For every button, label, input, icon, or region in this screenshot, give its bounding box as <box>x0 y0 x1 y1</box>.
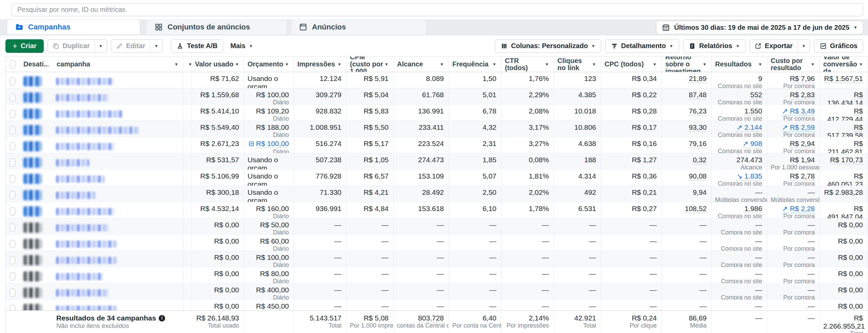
campaign-name-cell[interactable] <box>53 218 183 234</box>
row-checkbox[interactable] <box>10 175 15 183</box>
sort-caret-icon[interactable]: ▼ <box>384 62 389 66</box>
search-input[interactable] <box>12 3 863 16</box>
campaign-status-toggle[interactable] <box>23 158 42 168</box>
column-header[interactable]: Custo por resultado▼ <box>767 57 820 72</box>
sort-caret-icon[interactable]: ▼ <box>492 62 496 66</box>
sort-caret-icon[interactable]: ▼ <box>440 62 444 66</box>
row-checkbox[interactable] <box>10 305 15 310</box>
column-header[interactable]: Impressões▼ <box>294 57 347 72</box>
sort-caret-icon[interactable]: ▼ <box>285 62 289 66</box>
sort-caret-icon[interactable]: ▼ <box>703 62 707 66</box>
campaign-name-cell[interactable] <box>53 284 183 299</box>
row-checkbox[interactable] <box>10 191 15 199</box>
campaign-status-toggle[interactable] <box>23 190 42 200</box>
column-header[interactable]: campanha▼ <box>53 57 183 72</box>
sort-caret-icon[interactable]: ▼ <box>337 62 341 66</box>
sort-caret-icon[interactable]: ▼ <box>811 62 815 66</box>
cpc-cell: R$ 0,34 <box>601 72 662 88</box>
campaign-name-cell[interactable] <box>53 72 183 88</box>
campaign-status-toggle[interactable] <box>23 288 42 298</box>
more-button[interactable]: Mais ▼ <box>227 39 256 53</box>
campaign-name-cell[interactable] <box>53 202 183 218</box>
sort-caret-icon[interactable]: ▼ <box>859 62 863 66</box>
row-checkbox[interactable] <box>10 272 15 280</box>
campaign-name-cell[interactable] <box>53 137 183 153</box>
sort-caret-icon[interactable]: ▼ <box>174 62 178 66</box>
sort-caret-icon[interactable]: ▼ <box>653 62 657 66</box>
columns-button[interactable]: Colunas: Personalizado ▼ <box>495 39 601 53</box>
campaign-name-cell[interactable] <box>53 186 183 202</box>
tab-campaigns[interactable]: Campanhas <box>7 19 140 34</box>
row-checkbox[interactable] <box>10 289 15 297</box>
campaign-name-cell[interactable] <box>53 121 183 137</box>
sort-caret-icon[interactable]: ▼ <box>235 62 239 66</box>
campaign-status-toggle[interactable] <box>23 206 42 216</box>
row-checkbox[interactable] <box>10 110 15 118</box>
date-range-selector[interactable]: Últimos 30 dias: 19 de mai de 2025 a 17 … <box>656 21 863 34</box>
campaign-name-cell[interactable] <box>53 105 183 121</box>
sort-caret-icon[interactable]: ▼ <box>592 62 596 66</box>
campaign-status-toggle[interactable] <box>23 255 42 265</box>
duplicate-dropdown[interactable]: ▼ <box>95 40 107 53</box>
campaign-status-toggle[interactable] <box>23 92 42 103</box>
row-checkbox[interactable] <box>10 142 15 150</box>
row-checkbox[interactable] <box>10 159 15 167</box>
sort-caret-icon[interactable]: ▼ <box>545 62 549 66</box>
sort-caret-icon[interactable]: ▼ <box>758 62 762 66</box>
campaign-status-toggle[interactable] <box>23 239 42 249</box>
duplicate-button[interactable]: Duplicar <box>48 40 95 53</box>
row-checkbox[interactable] <box>10 224 15 232</box>
column-header[interactable]: Cliques no link▼ <box>554 57 601 72</box>
column-header[interactable]: Alcance▼ <box>394 57 449 72</box>
campaign-name-cell[interactable] <box>53 300 183 310</box>
campaign-status-toggle[interactable] <box>23 109 42 119</box>
column-header[interactable]: CPM (custo por 1.000...▼ <box>347 57 394 72</box>
row-checkbox[interactable] <box>10 256 15 264</box>
campaign-name-cell[interactable] <box>53 170 183 186</box>
campaign-name-cell[interactable] <box>53 153 183 169</box>
export-dropdown[interactable]: ▼ <box>797 40 810 53</box>
ab-test-button[interactable]: Teste A/B <box>171 39 223 53</box>
edit-dropdown[interactable]: ▼ <box>150 40 162 53</box>
campaign-status-toggle[interactable] <box>23 271 42 282</box>
row-checkbox[interactable] <box>10 126 15 134</box>
row-checkbox[interactable] <box>10 77 15 85</box>
campaign-status-toggle[interactable] <box>23 304 42 310</box>
tab-ad-sets[interactable]: Conjuntos de anúncios <box>146 19 287 34</box>
export-button[interactable]: Exportar <box>750 40 797 53</box>
tab-ads[interactable]: Anúncios <box>291 19 426 34</box>
campaign-name-cell[interactable] <box>53 235 183 251</box>
row-checkbox[interactable] <box>10 93 15 102</box>
budget-edit-link[interactable]: R$ 100,00 <box>249 140 289 148</box>
ctr-cell: 1,78% <box>501 202 554 218</box>
column-header[interactable]: Resultados▼ <box>712 57 767 72</box>
campaign-name-cell[interactable] <box>53 267 183 283</box>
edit-button[interactable]: Editar <box>111 40 150 53</box>
column-header[interactable]: CPC (todos)▼ <box>601 57 662 72</box>
column-header[interactable]: Orçamento▼ <box>244 57 294 72</box>
campaign-status-toggle[interactable] <box>23 76 42 86</box>
campaign-name-cell[interactable] <box>53 88 183 104</box>
charts-button[interactable]: Gráficos <box>814 39 863 53</box>
row-checkbox[interactable] <box>10 207 15 215</box>
campaign-name-cell[interactable] <box>53 251 183 267</box>
column-header[interactable]: ▼ <box>183 57 192 72</box>
column-header[interactable]: Desati... <box>20 57 53 72</box>
select-all-checkbox[interactable] <box>10 60 15 68</box>
info-icon[interactable]: i <box>159 315 165 321</box>
impressions-cell: — <box>294 235 347 251</box>
campaign-status-toggle[interactable] <box>23 174 42 184</box>
column-header[interactable]: Valor usado▼ <box>192 57 244 72</box>
campaign-status-toggle[interactable] <box>23 125 42 135</box>
reach-cell: 274.473 <box>394 153 449 169</box>
breakdown-button[interactable]: Detalhamento ▼ <box>605 39 679 53</box>
row-checkbox[interactable] <box>10 240 15 248</box>
column-header[interactable]: CTR (todos)▼ <box>501 57 554 72</box>
campaign-status-toggle[interactable] <box>23 141 42 151</box>
reports-button[interactable]: Relatórios ▼ <box>683 39 746 53</box>
column-header[interactable]: Retorno sobre o investimento...▼ <box>662 57 712 72</box>
column-header[interactable]: Frequência▼ <box>449 57 501 72</box>
campaign-status-toggle[interactable] <box>23 223 42 233</box>
create-button[interactable]: + Criar <box>5 39 44 53</box>
column-header[interactable]: Valor de conversão da...▼ <box>820 57 868 72</box>
